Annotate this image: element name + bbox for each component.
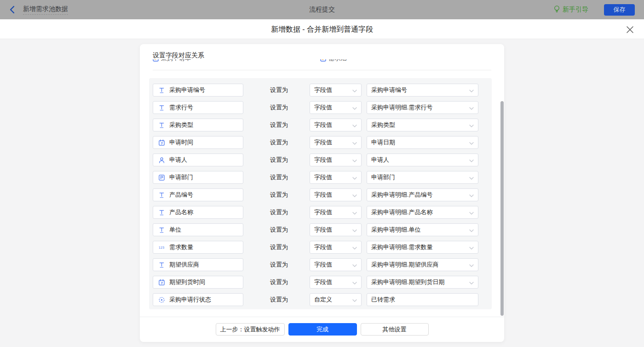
chevron-down-icon [469, 86, 474, 94]
source-field-label: 期望供应商 [169, 261, 199, 269]
lightbulb-icon [553, 5, 560, 14]
target-field-select[interactable]: 采购申请明细.产品编号 [367, 188, 478, 201]
source-field-box[interactable]: 期望到货时间 [153, 276, 243, 289]
section-title: 设置字段对应关系 [153, 51, 204, 60]
back-icon[interactable] [9, 6, 16, 14]
mode-select[interactable]: 字段值 [310, 206, 362, 219]
close-icon[interactable] [626, 25, 634, 34]
source-field-box[interactable]: 申请人 [153, 154, 243, 166]
target-field-select[interactable]: 采购申请明细.期望供应商 [367, 258, 478, 271]
chevron-down-icon [352, 243, 357, 251]
set-as-label: 设置为 [270, 86, 288, 94]
mode-select[interactable]: 字段值 [310, 171, 362, 184]
source-field-box[interactable]: 采购申请编号 [153, 84, 243, 97]
set-as-label: 设置为 [270, 156, 288, 164]
target-field-select[interactable]: 采购申请明细.产品名称 [367, 206, 478, 219]
previous-step-button[interactable]: 上一步：设置触发动作 [216, 323, 285, 336]
other-settings-button[interactable]: 其他设置 [361, 323, 429, 336]
mapping-row: 采购申请行状态 设置为 自定义 已转需求 [153, 293, 488, 306]
set-as-label: 设置为 [270, 121, 288, 129]
chevron-down-icon [469, 191, 474, 199]
svg-text:123: 123 [159, 246, 165, 250]
source-field-box[interactable]: 申请部门 [153, 171, 243, 184]
set-as-label: 设置为 [270, 278, 288, 286]
date-field-icon [158, 279, 165, 286]
mode-select[interactable]: 字段值 [310, 101, 362, 114]
text-field-icon [158, 121, 165, 129]
mapping-row: 申请人 设置为 字段值 申请人 [153, 154, 488, 166]
flow-name-title[interactable]: 新增需求池数据 [23, 5, 68, 15]
source-field-box[interactable]: 采购类型 [153, 119, 243, 131]
mapping-row: 采购申请编号 设置为 字段值 采购申请编号 [153, 84, 488, 97]
chevron-down-icon [469, 103, 474, 112]
source-field-label: 申请部门 [169, 173, 193, 182]
save-button[interactable]: 保存 [604, 4, 635, 16]
set-as-label: 设置为 [270, 296, 288, 304]
chevron-down-icon [352, 103, 357, 112]
scrollbar-thumb[interactable] [500, 101, 504, 316]
target-field-select[interactable]: 采购申请明细.需求数量 [367, 241, 478, 254]
source-field-label: 需求行号 [169, 103, 193, 112]
beginner-guide-link[interactable]: 新手引导 [553, 5, 588, 14]
source-field-box[interactable]: 需求行号 [153, 101, 243, 114]
dept-field-icon [158, 174, 165, 181]
target-field-select[interactable]: 采购申请明细.需求行号 [367, 101, 478, 114]
mode-select[interactable]: 字段值 [310, 136, 362, 149]
target-field-select[interactable]: 采购类型 [367, 119, 478, 131]
source-field-box[interactable]: 申请时间 [153, 136, 243, 149]
set-as-label: 设置为 [270, 103, 288, 112]
mode-select[interactable]: 字段值 [310, 223, 362, 236]
target-value-input[interactable]: 已转需求 [367, 293, 478, 306]
source-field-label: 期望到货时间 [169, 278, 205, 286]
chevron-down-icon [469, 243, 474, 251]
text-field-icon [158, 226, 165, 233]
app-topbar: 新增需求池数据 流程提交 新手引导 保存 [0, 0, 644, 19]
mode-select[interactable]: 字段值 [310, 276, 362, 289]
set-as-label: 设置为 [270, 173, 288, 182]
source-field-box[interactable]: 采购申请行状态 [153, 293, 243, 306]
target-field-select[interactable]: 采购申请明细.期望到货日期 [367, 276, 478, 289]
mode-select[interactable]: 字段值 [310, 188, 362, 201]
target-field-select[interactable]: 申请部门 [367, 171, 478, 184]
target-field-select[interactable]: 采购申请编号 [367, 84, 478, 97]
text-field-icon [158, 104, 165, 111]
mapping-row: 123 需求数量 设置为 字段值 采购申请明细.需求数量 [153, 241, 488, 254]
mode-select[interactable]: 字段值 [310, 119, 362, 131]
target-form-header: 需求池 [320, 59, 346, 63]
date-field-icon [158, 139, 165, 146]
chevron-down-icon [469, 208, 474, 216]
source-field-label: 申请时间 [169, 138, 193, 147]
footer-actions: 上一步：设置触发动作 完成 其他设置 [140, 323, 504, 336]
mode-select[interactable]: 字段值 [310, 84, 362, 97]
target-field-select[interactable]: 采购申请明细.单位 [367, 223, 478, 236]
chevron-down-icon [469, 121, 474, 129]
chevron-down-icon [352, 278, 357, 286]
mapping-row: 采购类型 设置为 字段值 采购类型 [153, 119, 488, 131]
mapping-row: 申请部门 设置为 字段值 申请部门 [153, 171, 488, 184]
number-field-icon: 123 [158, 244, 165, 251]
mode-select[interactable]: 字段值 [310, 241, 362, 254]
chevron-down-icon [352, 261, 357, 269]
chevron-down-icon [352, 138, 357, 147]
source-field-box[interactable]: 期望供应商 [153, 258, 243, 271]
source-field-box[interactable]: 单位 [153, 223, 243, 236]
done-button[interactable]: 完成 [288, 323, 357, 336]
mode-select[interactable]: 自定义 [310, 293, 362, 306]
mode-select[interactable]: 字段值 [310, 154, 362, 166]
form-icon [153, 59, 159, 62]
source-field-label: 产品名称 [169, 208, 193, 216]
modal-title: 新增数据 - 合并新增到普通字段 [0, 25, 644, 34]
chevron-down-icon [352, 296, 357, 304]
mapping-rows-panel: 采购申请编号 设置为 字段值 采购申请编号 需求行号 设置为 [149, 78, 492, 309]
source-field-box[interactable]: 产品编号 [153, 188, 243, 201]
user-field-icon [158, 156, 165, 164]
target-field-select[interactable]: 申请人 [367, 154, 478, 166]
source-field-box[interactable]: 123 需求数量 [153, 241, 243, 254]
source-field-label: 采购类型 [169, 121, 193, 129]
target-field-select[interactable]: 申请日期 [367, 136, 478, 149]
source-field-box[interactable]: 产品名称 [153, 206, 243, 219]
chevron-down-icon [469, 156, 474, 164]
mode-select[interactable]: 字段值 [310, 258, 362, 271]
text-field-icon [158, 209, 165, 216]
modal-titlebar: 新增数据 - 合并新增到普通字段 [0, 19, 644, 39]
